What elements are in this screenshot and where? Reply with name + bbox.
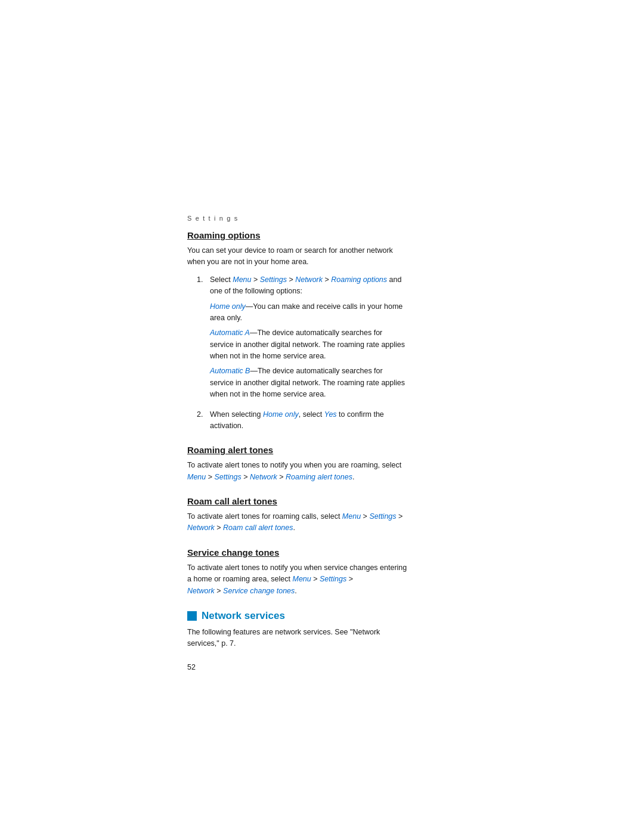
- menu-link[interactable]: Menu: [292, 575, 311, 583]
- yes-link[interactable]: Yes: [324, 410, 337, 419]
- list-number: 2.: [197, 409, 208, 432]
- option-automatic-b: Automatic B—The device automatically sea…: [210, 366, 408, 400]
- automatic-a-link[interactable]: Automatic A: [210, 329, 250, 337]
- section-roaming-options: Roaming options You can set your device …: [187, 230, 408, 432]
- network-link[interactable]: Network: [295, 275, 323, 284]
- menu-link[interactable]: Menu: [187, 473, 206, 481]
- network-services-title: Network services: [202, 610, 285, 622]
- settings-link[interactable]: Settings: [369, 512, 396, 521]
- blue-square-icon: [187, 611, 197, 621]
- service-change-tones-link[interactable]: Service change tones: [223, 587, 295, 595]
- roaming-options-title: Roaming options: [187, 230, 408, 240]
- option-automatic-a: Automatic A—The device automatically sea…: [210, 327, 408, 362]
- settings-link[interactable]: Settings: [260, 275, 287, 284]
- content-area: S e t t i n g s Roaming options You can …: [187, 215, 408, 671]
- list-item-content: When selecting Home only, select Yes to …: [210, 409, 408, 432]
- roam-call-alert-tones-title: Roam call alert tones: [187, 496, 408, 506]
- section-service-change-tones: Service change tones To activate alert t…: [187, 547, 408, 597]
- roaming-options-intro: You can set your device to roam or searc…: [187, 245, 408, 268]
- section-network-services: Network services The following features …: [187, 610, 408, 650]
- section-roam-call-alert-tones: Roam call alert tones To activate alert …: [187, 496, 408, 534]
- list-number: 1.: [197, 274, 208, 404]
- list-item: 1. Select Menu > Settings > Network > Ro…: [197, 274, 408, 404]
- item2-text: When selecting Home only, select Yes to …: [210, 410, 384, 430]
- page-number: 52: [187, 663, 408, 671]
- service-change-tones-body: To activate alert tones to notify you wh…: [187, 562, 408, 597]
- roaming-alert-tones-body: To activate alert tones to notify you wh…: [187, 460, 408, 483]
- settings-link[interactable]: Settings: [215, 473, 242, 481]
- roam-call-alert-tones-body: To activate alert tones for roaming call…: [187, 511, 408, 534]
- network-services-heading: Network services: [187, 610, 408, 622]
- section-roaming-alert-tones: Roaming alert tones To activate alert to…: [187, 445, 408, 483]
- roaming-alert-tones-title: Roaming alert tones: [187, 445, 408, 455]
- option-automatic-b-text: Automatic B—The device automatically sea…: [210, 367, 405, 398]
- network-services-body: The following features are network servi…: [187, 627, 408, 650]
- home-only-link[interactable]: Home only: [210, 302, 246, 311]
- home-only-link2[interactable]: Home only: [263, 410, 299, 419]
- network-link[interactable]: Network: [250, 473, 277, 481]
- settings-link[interactable]: Settings: [320, 575, 346, 583]
- breadcrumb: S e t t i n g s: [187, 215, 408, 222]
- roam-call-alert-tones-link[interactable]: Roam call alert tones: [223, 524, 293, 532]
- item1-text: Select Menu > Settings > Network > Roami…: [210, 275, 401, 295]
- list-item: 2. When selecting Home only, select Yes …: [197, 409, 408, 432]
- roaming-options-list: 1. Select Menu > Settings > Network > Ro…: [197, 274, 408, 432]
- network-link[interactable]: Network: [187, 587, 215, 595]
- network-link[interactable]: Network: [187, 524, 215, 532]
- automatic-b-link[interactable]: Automatic B: [210, 367, 250, 375]
- option-home-only: Home only—You can make and receive calls…: [210, 301, 408, 324]
- service-change-tones-title: Service change tones: [187, 547, 408, 558]
- roaming-options-link[interactable]: Roaming options: [331, 275, 387, 284]
- page: S e t t i n g s Roaming options You can …: [0, 0, 644, 833]
- option-automatic-a-text: Automatic A—The device automatically sea…: [210, 329, 405, 360]
- menu-link[interactable]: Menu: [233, 275, 251, 284]
- menu-link[interactable]: Menu: [342, 512, 361, 521]
- roaming-alert-tones-link[interactable]: Roaming alert tones: [286, 473, 352, 481]
- option-home-only-text: Home only—You can make and receive calls…: [210, 302, 402, 322]
- list-item-content: Select Menu > Settings > Network > Roami…: [210, 274, 408, 404]
